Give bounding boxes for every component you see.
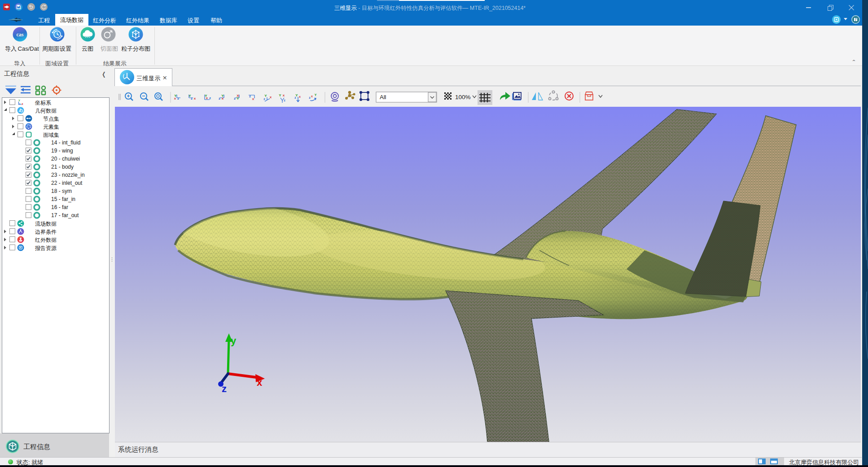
svg-text:z: z <box>284 99 285 102</box>
svg-text:x: x <box>270 95 272 99</box>
svg-text:x: x <box>206 96 208 100</box>
svg-text:Y: Y <box>315 93 317 96</box>
svg-text:z: z <box>219 96 220 100</box>
svg-text:cas: cas <box>17 31 24 38</box>
svg-text:x: x <box>252 97 254 101</box>
svg-text:x: x <box>257 377 263 388</box>
svg-text:x: x <box>222 96 224 100</box>
svg-text:x: x <box>299 95 301 98</box>
svg-text:z: z <box>222 383 227 394</box>
svg-text:z: z <box>191 96 193 100</box>
svg-text:All: All <box>380 94 386 100</box>
svg-text:Y: Y <box>18 99 20 102</box>
svg-text:z: z <box>234 96 236 100</box>
svg-text:Y: Y <box>279 93 281 97</box>
svg-text:Y: Y <box>237 96 239 100</box>
svg-text:z: z <box>294 96 296 99</box>
svg-text:y: y <box>231 335 237 346</box>
svg-text:x: x <box>311 95 313 98</box>
svg-text:z: z <box>177 96 179 100</box>
svg-text:z: z <box>309 96 311 99</box>
svg-text:x: x <box>174 96 176 100</box>
svg-text:x: x <box>194 96 196 100</box>
svg-text:z: z <box>209 96 211 100</box>
svg-text:x: x <box>22 102 23 105</box>
svg-text:x: x <box>283 93 285 97</box>
svg-text:z: z <box>263 97 265 100</box>
svg-text:100%: 100% <box>455 94 471 100</box>
svg-text:z: z <box>249 94 251 98</box>
svg-text:z: z <box>19 102 21 105</box>
